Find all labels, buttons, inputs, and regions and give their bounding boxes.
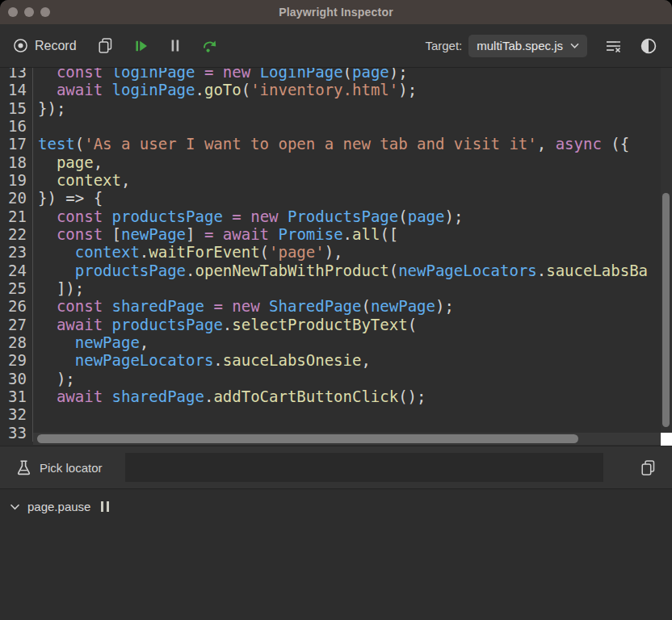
horizontal-scrollbar[interactable] <box>33 433 661 445</box>
clear-log-button[interactable] <box>605 39 622 53</box>
code-editor[interactable]: 13 const loginPage = new LoginPage(page)… <box>0 68 672 446</box>
code-line: 30 ); <box>0 370 672 388</box>
code-line: 21 const productsPage = new ProductsPage… <box>0 207 672 225</box>
code-line: 22 const [newPage] = await Promise.all([ <box>0 225 672 243</box>
code-line: 13 const loginPage = new LoginPage(page)… <box>0 68 672 81</box>
line-number: 19 <box>0 171 33 189</box>
toolbar-right: Target: multiTab.spec.js <box>425 35 657 57</box>
code-line: 14 await loginPage.goTo('inventory.html'… <box>0 81 672 98</box>
line-number: 21 <box>0 207 33 225</box>
target-dropdown-value: multiTab.spec.js <box>477 39 563 52</box>
code-line: 15}); <box>0 99 672 117</box>
line-number: 20 <box>0 189 33 207</box>
line-text: }); <box>33 99 65 117</box>
copy-icon <box>98 37 113 54</box>
line-number: 14 <box>0 81 33 98</box>
line-number: 32 <box>0 405 33 423</box>
line-text: ); <box>33 370 75 388</box>
theme-contrast-icon <box>640 37 657 55</box>
code-line: 20}) => { <box>0 189 672 207</box>
code-line: 26 const sharedPage = new SharedPage(new… <box>0 297 672 315</box>
record-icon <box>13 38 28 53</box>
line-number: 24 <box>0 262 33 279</box>
zoom-window-button[interactable] <box>40 7 50 17</box>
line-number: 31 <box>0 388 33 405</box>
code-lines: 13 const loginPage = new LoginPage(page)… <box>0 68 672 442</box>
line-number: 15 <box>0 99 33 117</box>
locator-input[interactable] <box>125 453 603 482</box>
code-line: 24 productsPage.openNewTabWithProduct(ne… <box>0 262 672 279</box>
line-text: ]); <box>33 279 84 297</box>
theme-toggle-button[interactable] <box>640 37 657 55</box>
line-number: 26 <box>0 297 33 315</box>
paused-call-icon <box>101 501 109 512</box>
line-text: await productsPage.selectProductByText( <box>33 316 417 333</box>
toolbar: Record <box>0 24 672 68</box>
horizontal-scrollbar-thumb[interactable] <box>37 434 578 443</box>
titlebar: Playwright Inspector <box>0 0 672 24</box>
line-text: page, <box>33 153 103 171</box>
copy-icon <box>640 459 656 476</box>
chevron-down-icon <box>570 43 579 48</box>
vertical-scrollbar[interactable] <box>661 68 672 433</box>
clear-log-icon <box>605 39 622 53</box>
pick-locator-button[interactable]: Pick locator <box>16 459 103 476</box>
call-log-entry[interactable]: page.pause <box>10 500 672 513</box>
code-line: 16 <box>0 117 672 135</box>
line-number: 23 <box>0 243 33 261</box>
line-number: 29 <box>0 351 33 369</box>
code-line: 17test('As a user I want to open a new t… <box>0 135 672 153</box>
code-line: 32 <box>0 405 672 423</box>
resume-button[interactable] <box>134 39 149 53</box>
line-text <box>33 117 38 135</box>
code-line: 29 newPageLocators.sauceLabsOnesie, <box>0 351 672 369</box>
code-line: 18 page, <box>0 153 672 171</box>
target-label: Target: <box>425 39 462 52</box>
code-line: 28 newPage, <box>0 333 672 351</box>
chevron-down-icon[interactable] <box>10 504 20 510</box>
line-number: 13 <box>0 68 33 81</box>
code-line: 27 await productsPage.selectProductByTex… <box>0 316 672 333</box>
copy-locator-button[interactable] <box>640 459 656 476</box>
step-over-button[interactable] <box>202 39 217 53</box>
line-text: newPageLocators.sauceLabsOnesie, <box>33 351 371 369</box>
line-number: 30 <box>0 370 33 388</box>
vertical-scrollbar-thumb[interactable] <box>662 193 670 427</box>
minimize-window-button[interactable] <box>24 7 34 17</box>
call-log-entry-label: page.pause <box>27 500 90 513</box>
step-over-icon <box>202 39 217 53</box>
line-text: const sharedPage = new SharedPage(newPag… <box>33 297 454 315</box>
window-title: Playwright Inspector <box>279 6 393 19</box>
code-line: 23 context.waitForEvent('page'), <box>0 243 672 261</box>
line-text: newPage, <box>33 333 149 351</box>
line-text <box>33 405 38 423</box>
pause-icon <box>170 39 181 52</box>
resume-play-icon <box>134 39 149 53</box>
target-dropdown[interactable]: multiTab.spec.js <box>468 35 587 57</box>
line-text: const loginPage = new LoginPage(page); <box>33 68 408 81</box>
line-text: test('As a user I want to open a new tab… <box>33 135 629 153</box>
line-number: 22 <box>0 225 33 243</box>
record-button[interactable]: Record <box>13 38 77 53</box>
close-window-button[interactable] <box>8 7 18 17</box>
pick-locator-label: Pick locator <box>40 461 103 475</box>
flask-icon <box>16 459 32 476</box>
code-line: 19 context, <box>0 171 672 189</box>
line-text: context.waitForEvent('page'), <box>33 243 343 261</box>
line-number: 27 <box>0 316 33 333</box>
copy-source-button[interactable] <box>98 37 113 54</box>
scrollbar-corner <box>661 433 672 446</box>
code-line: 31 await sharedPage.addToCartButtonClick… <box>0 388 672 405</box>
line-text: productsPage.openNewTabWithProduct(newPa… <box>33 262 648 279</box>
pause-button[interactable] <box>170 39 181 52</box>
traffic-lights <box>8 0 50 24</box>
line-number: 25 <box>0 279 33 297</box>
line-number: 33 <box>0 424 33 442</box>
line-text: const [newPage] = await Promise.all([ <box>33 225 398 243</box>
line-number: 16 <box>0 117 33 135</box>
record-label: Record <box>35 39 77 53</box>
code-line: 25 ]); <box>0 279 672 297</box>
line-text: const productsPage = new ProductsPage(pa… <box>33 207 463 225</box>
line-number: 28 <box>0 333 33 351</box>
playwright-inspector-window: Playwright Inspector Record <box>0 0 672 620</box>
